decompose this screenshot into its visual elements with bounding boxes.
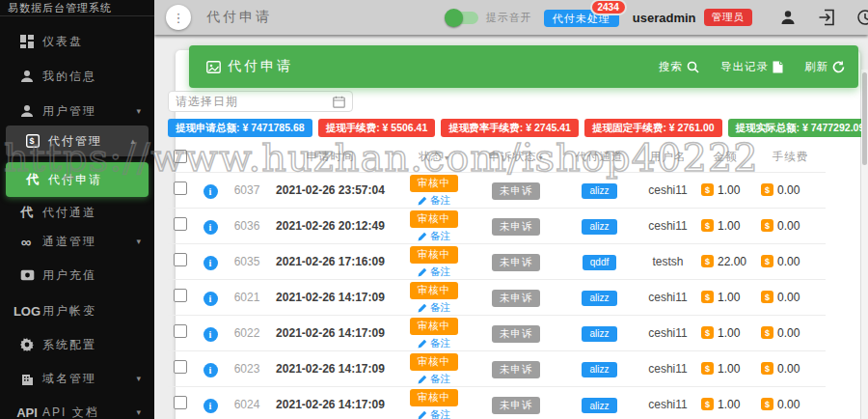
- row-user: ceshi11: [640, 386, 695, 419]
- search-button[interactable]: 搜索: [659, 60, 699, 74]
- info-icon[interactable]: i: [203, 399, 218, 413]
- sidebar-item-domain-management[interactable]: 域名管理 ▾: [0, 363, 154, 394]
- sidebar-item-dashboard[interactable]: 仪表盘: [0, 26, 154, 57]
- channel-badge: alizz: [582, 326, 616, 342]
- status-badge: 审核中: [410, 175, 459, 192]
- note-link[interactable]: 备注: [394, 230, 474, 243]
- dollar-icon: $: [761, 326, 773, 339]
- table-row: i 6035 2021-02-26 17:16:09 审核中 备注 未申诉 qd…: [168, 243, 826, 279]
- export-button[interactable]: 导出记录: [720, 60, 783, 74]
- row-time: 2021-02-26 14:17:09: [266, 386, 394, 419]
- info-icon[interactable]: i: [203, 256, 218, 270]
- sound-toggle[interactable]: [448, 12, 478, 24]
- appeal-badge: 未申诉: [492, 325, 541, 343]
- dollar-icon: $: [761, 291, 773, 303]
- row-checkbox[interactable]: [174, 182, 187, 195]
- select-all-checkbox[interactable]: [174, 150, 187, 163]
- dollar-icon: $: [701, 398, 714, 410]
- notification-count-badge: 2434: [590, 0, 627, 15]
- sidebar-item-label: 系统配置: [42, 337, 96, 353]
- sidebar-item-channel-management[interactable]: ∞ 通道管理 ▾: [0, 226, 154, 257]
- channel-badge: alizz: [582, 291, 616, 306]
- note-link[interactable]: 备注: [394, 373, 474, 386]
- main-content: 代付申请 搜索 导出记录 刷新: [154, 35, 868, 419]
- sidebar-item-daifu-channel[interactable]: 代 代付通道: [0, 197, 154, 228]
- card-body: 请选择日期 提现申请总额: ¥ 7471785.68提现手续费: ¥ 5506.…: [168, 91, 826, 419]
- appeal-badge: 未申诉: [492, 290, 541, 307]
- note-link[interactable]: 备注: [394, 265, 474, 279]
- info-icon[interactable]: i: [203, 220, 218, 235]
- money-card-icon: [17, 269, 37, 281]
- row-user: ceshi11: [640, 279, 695, 315]
- row-checkbox[interactable]: [174, 253, 187, 266]
- info-icon[interactable]: i: [203, 292, 218, 306]
- sidebar-item-label: 代付通道: [42, 205, 96, 221]
- dollar-icon: $: [701, 291, 714, 303]
- row-checkbox[interactable]: [174, 396, 187, 409]
- pencil-icon: [418, 267, 427, 277]
- note-link[interactable]: 备注: [394, 408, 474, 419]
- col-id: [228, 143, 266, 172]
- status-badge: 审核中: [410, 353, 459, 371]
- row-checkbox[interactable]: [174, 289, 187, 302]
- dollar-icon: $: [761, 219, 773, 232]
- row-checkbox[interactable]: [174, 324, 187, 338]
- sidebar-item-user-ledger[interactable]: LOG 用户帐变: [0, 295, 154, 326]
- col-status[interactable]: 状态▾: [394, 143, 474, 172]
- refresh-icon: [832, 61, 845, 73]
- note-link[interactable]: 备注: [394, 301, 474, 315]
- topbar: ⋮ 代付申请 提示音开 代付未处理 2434 useradmin 管理员: [154, 0, 868, 35]
- logout-icon[interactable]: [818, 9, 835, 26]
- calendar-icon: [333, 96, 345, 108]
- row-time: 2021-02-26 14:17:09: [266, 350, 394, 386]
- kebab-menu-button[interactable]: ⋮: [166, 5, 191, 30]
- dollar-icon: $: [701, 362, 714, 375]
- sidebar-item-user-management[interactable]: 用户管理 ▾: [0, 96, 154, 126]
- stat-badge: 提现实际总额: ¥ 7477292.09: [728, 119, 868, 137]
- sidebar: 易数据后台管理系统 仪表盘 我的信息 用户管理 ▾ $ 代付管理 ▴ 代 代付申…: [0, 0, 154, 419]
- col-appeal[interactable]: 申诉状态▾: [474, 143, 558, 172]
- row-checkbox[interactable]: [174, 360, 187, 374]
- sidebar-item-daifu-management[interactable]: $ 代付管理 ▴: [6, 126, 149, 156]
- date-picker-input[interactable]: 请选择日期: [168, 91, 353, 112]
- row-id: 6035: [228, 243, 266, 279]
- scrollbar-thumb[interactable]: [862, 72, 867, 165]
- sidebar-item-label: 通道管理: [42, 234, 96, 250]
- vertical-scrollbar[interactable]: [861, 70, 868, 419]
- refresh-button[interactable]: 刷新: [804, 60, 845, 74]
- channel-badge: qddf: [583, 255, 616, 270]
- row-fee: 0.00: [777, 291, 800, 304]
- sidebar-item-label: 代付管理: [48, 133, 102, 150]
- note-link[interactable]: 备注: [394, 337, 474, 350]
- dollar-icon: $: [761, 362, 773, 375]
- support-clock-icon[interactable]: [856, 9, 868, 26]
- profile-icon[interactable]: [779, 9, 797, 26]
- row-user: ceshi11: [640, 315, 695, 350]
- sidebar-item-user-recharge[interactable]: 用户充值: [0, 260, 154, 291]
- sidebar-item-label: API 文档: [42, 405, 99, 419]
- building-icon: [17, 373, 37, 385]
- pending-daifu-button[interactable]: 代付未处理 2434: [544, 9, 619, 26]
- sidebar-item-label: 用户帐变: [42, 303, 96, 320]
- info-icon[interactable]: i: [203, 327, 218, 342]
- sidebar-item-api-docs[interactable]: API API 文档 ▾: [0, 397, 154, 419]
- page-title: 代付申请: [206, 9, 272, 26]
- info-icon[interactable]: i: [203, 184, 218, 199]
- dollar-icon: $: [761, 183, 773, 196]
- row-amount: 1.00: [718, 291, 740, 304]
- info-icon[interactable]: i: [203, 363, 218, 377]
- row-time: 2021-02-26 17:16:09: [266, 243, 394, 279]
- table-row: i 6024 2021-02-26 14:17:09 审核中 备注 未申诉 al…: [168, 386, 826, 419]
- sidebar-item-my-info[interactable]: 我的信息: [0, 61, 154, 92]
- row-time: 2021-02-26 14:17:09: [266, 279, 394, 315]
- table-row: i 6023 2021-02-26 14:17:09 审核中 备注 未申诉 al…: [168, 350, 826, 386]
- sidebar-item-system-config[interactable]: 系统配置: [0, 329, 154, 360]
- row-checkbox[interactable]: [174, 217, 187, 231]
- stat-badge: 提现费率手续费: ¥ 2745.41: [441, 119, 579, 137]
- sidebar-item-label: 我的信息: [42, 69, 96, 85]
- sidebar-item-daifu-request[interactable]: 代 代付申请: [6, 162, 149, 197]
- note-link[interactable]: 备注: [394, 194, 474, 208]
- table-header-row: 申请时间 状态▾ 申诉状态▾ 代付通道 用户名 金额 手续费: [168, 143, 826, 172]
- sound-toggle-label: 提示音开: [486, 11, 532, 25]
- row-id: 6022: [228, 315, 266, 350]
